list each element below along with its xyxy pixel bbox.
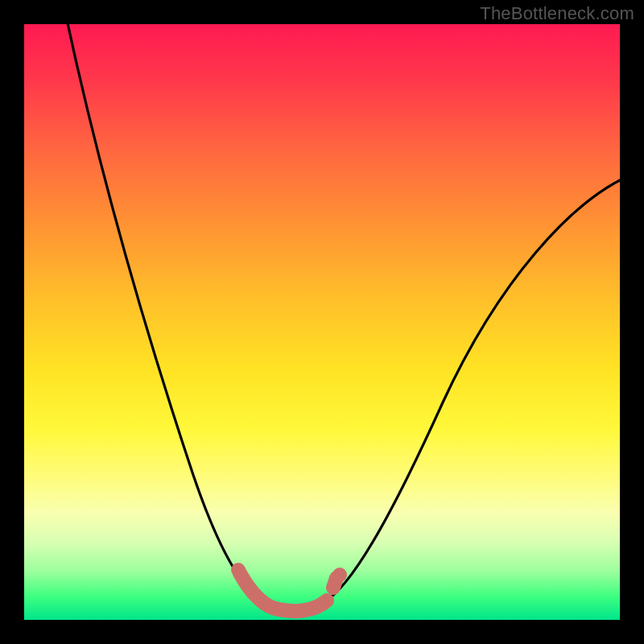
chart-plot-area: [24, 24, 620, 620]
bottleneck-curve-path: [66, 16, 630, 609]
bottleneck-curve-svg: [24, 24, 620, 620]
marker-dot-left: [231, 563, 246, 577]
low-bottleneck-marker: [240, 573, 336, 611]
watermark-text: TheBottleneck.com: [480, 3, 634, 24]
outer-frame: TheBottleneck.com: [0, 0, 644, 644]
marker-dot-right: [332, 568, 347, 582]
